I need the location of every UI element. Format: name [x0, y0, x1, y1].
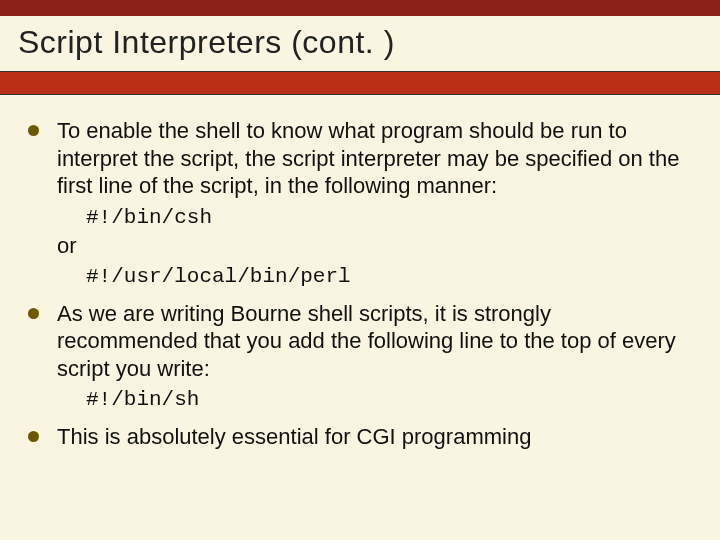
title-area: Script Interpreters (cont. )	[0, 16, 720, 65]
bullet-item: To enable the shell to know what program…	[28, 117, 692, 200]
bullet-icon	[28, 125, 39, 136]
bullet-item: This is absolutely essential for CGI pro…	[28, 423, 692, 451]
header-red-bar	[0, 71, 720, 95]
bullet-text: This is absolutely essential for CGI pro…	[57, 423, 692, 451]
bullet-item: As we are writing Bourne shell scripts, …	[28, 300, 692, 383]
code-snippet: #!/bin/csh	[86, 206, 692, 229]
code-snippet: #!/bin/sh	[86, 388, 692, 411]
bullet-text: As we are writing Bourne shell scripts, …	[57, 300, 692, 383]
bullet-text: To enable the shell to know what program…	[57, 117, 692, 200]
top-accent-bar	[0, 0, 720, 16]
bullet-icon	[28, 431, 39, 442]
code-snippet: #!/usr/local/bin/perl	[86, 265, 692, 288]
or-label: or	[57, 233, 692, 259]
slide-content: To enable the shell to know what program…	[0, 95, 720, 451]
slide-title: Script Interpreters (cont. )	[18, 24, 702, 61]
bullet-icon	[28, 308, 39, 319]
